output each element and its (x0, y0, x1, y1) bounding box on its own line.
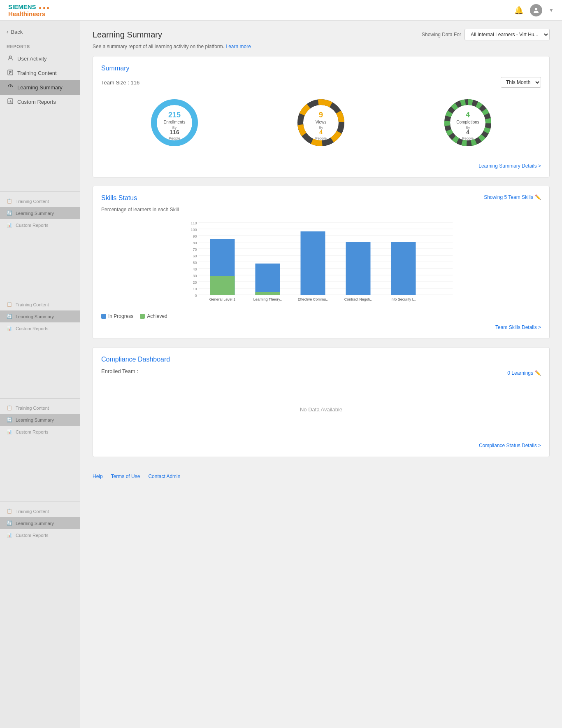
team-size-text: Team Size : 116 (101, 79, 139, 86)
sidebar-repeated-learning-4[interactable]: 🔄 Learning Summary (0, 517, 80, 529)
svg-text:0: 0 (195, 294, 197, 298)
svg-text:70: 70 (193, 247, 197, 252)
enrollments-donut: 215 Enrollments By 116 People (148, 96, 201, 149)
svg-text:100: 100 (190, 228, 197, 232)
enrollments-donut-svg: 215 Enrollments By 116 People (148, 96, 201, 149)
sidebar-repeated-training-4[interactable]: 📋 Training Content (0, 505, 80, 517)
svg-text:90: 90 (193, 234, 197, 238)
avatar-dropdown-icon[interactable]: ▼ (549, 7, 554, 13)
team-skills-details-link[interactable]: Team Skills Details > (495, 324, 541, 330)
views-donut: 9 Views By 4 People (294, 96, 348, 149)
svg-text:215: 215 (168, 111, 181, 119)
showing-data-label: Showing Data For (422, 32, 461, 37)
logo-dot-2 (43, 7, 45, 9)
summary-card-title: Summary (101, 65, 541, 72)
header: SIEMENS Healthineers 🔔 ▼ (0, 0, 562, 21)
sidebar-repeated-custom-2[interactable]: 📊 Custom Reports (0, 322, 80, 334)
page-title: Learning Summary (93, 30, 162, 40)
sidebar-item-user-activity[interactable]: User Activity (0, 51, 80, 66)
learn-more-link[interactable]: Learn more (226, 44, 251, 49)
r4-learning-icon: 🔄 (7, 520, 12, 526)
sidebar-repeated-learning-2[interactable]: 🔄 Learning Summary (0, 310, 80, 322)
enrolled-label: Enrolled Team : (101, 368, 138, 374)
custom-reports-label: Custom Reports (17, 99, 56, 105)
compliance-details-link[interactable]: Compliance Status Details > (479, 443, 541, 448)
sidebar-repeated-3: 📋 Training Content 🔄 Learning Summary 📊 … (0, 398, 80, 438)
skills-title-group: Skills Status Percentage of learners in … (101, 194, 179, 214)
sidebar-repeated-training-3[interactable]: 📋 Training Content (0, 402, 80, 414)
main-layout: ‹ Back REPORTS User Activity Training Co… (0, 21, 562, 728)
user-avatar[interactable] (530, 4, 542, 16)
skills-bar-chart: 110 100 90 80 70 60 50 40 30 20 10 0 (101, 218, 541, 309)
bar-infosec-inprogress (391, 242, 416, 295)
bar-chart-legend: In Progress Achieved (101, 313, 541, 319)
svg-text:4: 4 (466, 129, 469, 135)
svg-text:40: 40 (193, 267, 197, 271)
r4-custom-icon: 📊 (7, 532, 12, 538)
svg-point-1 (9, 56, 11, 58)
bar-learning-achieved (255, 292, 280, 295)
logo-siemens: SIEMENS (8, 3, 49, 10)
reports-section-label: REPORTS (0, 42, 80, 51)
logo-dot-1 (39, 7, 41, 9)
sidebar-item-training-content[interactable]: Training Content (0, 66, 80, 80)
svg-text:116: 116 (170, 129, 179, 135)
contact-admin-link[interactable]: Contact Admin (148, 474, 180, 479)
learning-summary-details-link[interactable]: Learning Summary Details > (478, 163, 541, 169)
r2-learning-icon: 🔄 (7, 314, 12, 319)
footer: Help Terms of Use Contact Admin (93, 465, 550, 488)
svg-text:4: 4 (466, 111, 470, 119)
sidebar: ‹ Back REPORTS User Activity Training Co… (0, 21, 80, 728)
team-size-row: Team Size : 116 This Month (101, 77, 541, 88)
svg-text:110: 110 (190, 221, 197, 225)
skills-card: Skills Status Percentage of learners in … (93, 186, 550, 339)
sidebar-item-learning-summary[interactable]: Learning Summary (0, 80, 80, 95)
bar-effective-inprogress (301, 231, 325, 295)
month-selector[interactable]: This Month (501, 77, 541, 88)
sidebar-repeated-learning-1[interactable]: 🔄 Learning Summary (0, 207, 80, 219)
user-activity-icon (7, 55, 14, 63)
sidebar-repeated-custom-1[interactable]: 📊 Custom Reports (0, 219, 80, 231)
svg-text:60: 60 (193, 254, 197, 258)
help-link[interactable]: Help (93, 474, 103, 479)
svg-text:4: 4 (320, 129, 323, 135)
sidebar-repeated-learning-3[interactable]: 🔄 Learning Summary (0, 414, 80, 426)
bar-learning-inprogress (255, 264, 280, 295)
r3-learning-icon: 🔄 (7, 417, 12, 422)
sidebar-item-custom-reports[interactable]: Custom Reports (0, 95, 80, 109)
compliance-card-title: Compliance Dashboard (101, 356, 541, 363)
learning-summary-label: Learning Summary (17, 84, 63, 91)
r3-training-icon: 📋 (7, 405, 12, 411)
sidebar-repeated-custom-4[interactable]: 📊 Custom Reports (0, 529, 80, 541)
r1-custom-icon: 📊 (7, 222, 12, 228)
compliance-edit-icon: ✏️ (535, 370, 541, 376)
svg-text:50: 50 (193, 261, 197, 265)
svg-text:Enrollments: Enrollments (164, 120, 186, 124)
svg-text:Contract Negoti..: Contract Negoti.. (344, 297, 372, 301)
svg-text:Views: Views (316, 120, 327, 124)
learning-summary-icon (7, 84, 14, 91)
header-actions: 🔔 ▼ (514, 4, 554, 16)
legend-in-progress-dot (101, 314, 106, 319)
sidebar-repeated-training-2[interactable]: 📋 Training Content (0, 299, 80, 310)
learnings-link[interactable]: 0 Learnings ✏️ (507, 370, 541, 376)
no-data-message: No Data Available (101, 382, 541, 437)
svg-text:10: 10 (193, 287, 197, 291)
compliance-card-footer: Compliance Status Details > (101, 442, 541, 448)
data-for-dropdown[interactable]: All Internal Learners - Virt Hu... (464, 29, 550, 40)
svg-text:Info Security L..: Info Security L.. (390, 297, 416, 301)
compliance-card: Compliance Dashboard Enrolled Team : 0 L… (93, 347, 550, 457)
legend-in-progress: In Progress (101, 313, 133, 319)
back-button[interactable]: ‹ Back (0, 26, 80, 38)
sidebar-repeated-training-1[interactable]: 📋 Training Content (0, 195, 80, 207)
terms-link[interactable]: Terms of Use (111, 474, 140, 479)
svg-text:80: 80 (193, 241, 197, 245)
data-for-selector: Showing Data For All Internal Learners -… (422, 29, 550, 40)
svg-point-0 (535, 8, 537, 10)
bar-chart-container: 110 100 90 80 70 60 50 40 30 20 10 0 (101, 218, 541, 319)
r1-learning-icon: 🔄 (7, 210, 12, 216)
summary-card: Summary Team Size : 116 This Month 215 E… (93, 56, 550, 177)
notification-bell-icon[interactable]: 🔔 (514, 6, 523, 15)
sidebar-repeated-custom-3[interactable]: 📊 Custom Reports (0, 426, 80, 438)
showing-team-skills-link[interactable]: Showing 5 Team Skills ✏️ (484, 194, 541, 200)
